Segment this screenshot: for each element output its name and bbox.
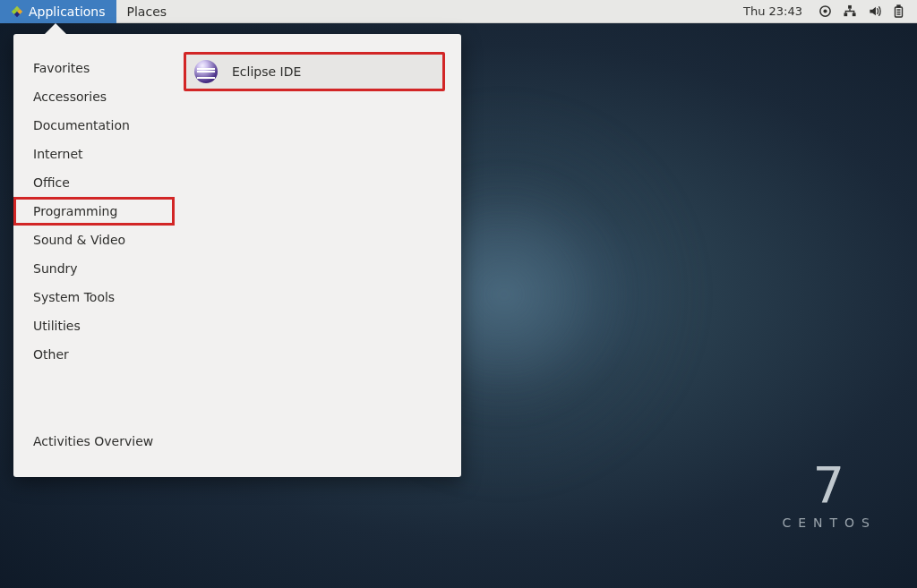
- category-item-other[interactable]: Other: [13, 340, 175, 369]
- svg-rect-6: [848, 5, 852, 9]
- app-item-label: Eclipse IDE: [232, 64, 301, 79]
- applications-menu: FavoritesAccessoriesDocumentationInterne…: [13, 34, 461, 477]
- menu-arrow: [45, 23, 66, 34]
- top-panel: Applications Places Thu 23:43: [0, 0, 917, 23]
- application-pane: Eclipse IDE: [175, 34, 461, 477]
- centos-name: CENTOS: [782, 516, 877, 530]
- category-item-favorites[interactable]: Favorites: [13, 54, 175, 82]
- category-item-documentation[interactable]: Documentation: [13, 111, 175, 140]
- network-icon[interactable]: [843, 4, 857, 18]
- activities-overview[interactable]: Activities Overview: [13, 425, 175, 464]
- svg-rect-8: [853, 13, 856, 16]
- category-item-utilities[interactable]: Utilities: [13, 311, 175, 340]
- applications-menu-button[interactable]: Applications: [0, 0, 116, 23]
- category-pane: FavoritesAccessoriesDocumentationInterne…: [13, 34, 175, 477]
- category-item-accessories[interactable]: Accessories: [13, 82, 175, 111]
- app-item-eclipse-ide[interactable]: Eclipse IDE: [184, 52, 445, 91]
- svg-rect-10: [897, 5, 900, 7]
- category-item-sundry[interactable]: Sundry: [13, 254, 175, 283]
- eclipse-icon: [194, 60, 218, 83]
- places-label: Places: [127, 4, 167, 19]
- clock[interactable]: Thu 23:43: [743, 4, 802, 18]
- category-item-office[interactable]: Office: [13, 168, 175, 197]
- distro-icon: [11, 5, 23, 18]
- svg-rect-7: [844, 13, 847, 16]
- target-icon[interactable]: [818, 4, 832, 18]
- centos-version: 7: [782, 460, 877, 510]
- category-item-programming[interactable]: Programming: [13, 197, 175, 226]
- battery-icon[interactable]: [893, 4, 904, 19]
- category-item-sound-video[interactable]: Sound & Video: [13, 226, 175, 254]
- category-item-system-tools[interactable]: System Tools: [13, 283, 175, 311]
- category-item-internet[interactable]: Internet: [13, 140, 175, 168]
- places-menu-button[interactable]: Places: [116, 0, 178, 23]
- system-tray: Thu 23:43: [743, 4, 917, 19]
- svg-point-5: [823, 9, 827, 13]
- centos-branding: 7 CENTOS: [782, 460, 877, 530]
- applications-label: Applications: [29, 4, 106, 19]
- volume-icon[interactable]: [868, 4, 882, 18]
